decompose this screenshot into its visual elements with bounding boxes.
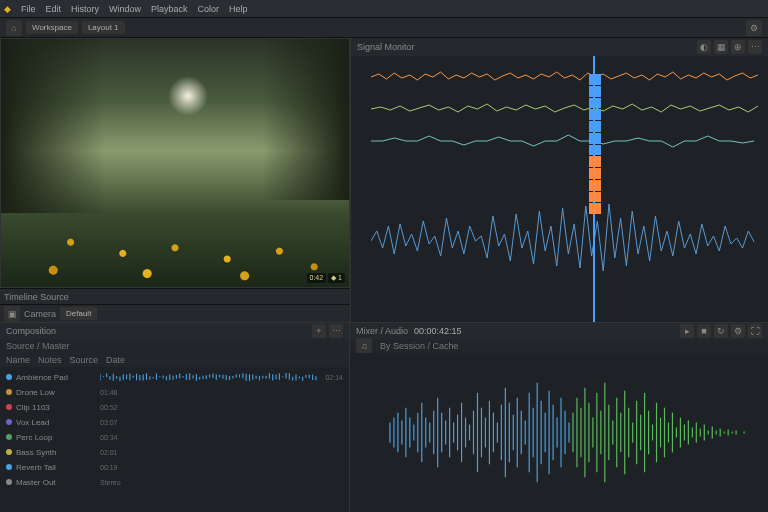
comp-subtitle: Source / Master [6,341,70,351]
bottom-area: Composition + ⋯ Source / Master Name Not… [0,322,768,512]
track-meta: 00:52 [100,404,118,411]
waveform-display [380,363,758,502]
track-label: Reverb Tail [16,463,96,472]
editor-subheader: ♫ By Session / Cache [350,339,768,353]
preview-info-bar: Timeline Source [0,288,350,304]
editor-header: Mixer / Audio 00:00:42:15 ▸ ■ ↻ ⚙ ⛶ [350,323,768,339]
scopes-header: Signal Monitor ◐ ▦ ⊕ ⋯ [351,38,768,56]
home-icon[interactable]: ⌂ [6,20,22,36]
track-color-dot [6,404,12,410]
comp-tab-name[interactable]: Name [6,355,30,365]
editor-expand-icon[interactable]: ⛶ [748,324,762,338]
track-row[interactable]: Reverb Tail00:19 [6,461,343,473]
track-meta: 02:01 [100,449,118,456]
preview-image-flowers [1,175,349,287]
camera-icon[interactable]: ▣ [4,306,20,322]
editor-play-icon[interactable]: ▸ [680,324,694,338]
composition-panel: Composition + ⋯ Source / Master Name Not… [0,323,350,512]
track-label: Clip 1103 [16,403,96,412]
editor-gear-icon[interactable]: ⚙ [731,324,745,338]
preview-image-light [168,76,208,116]
scope-opt-icon[interactable]: ◐ [697,40,711,54]
layout-tab[interactable]: Layout 1 [82,21,125,34]
scope-track-1 [371,64,758,90]
composition-subheader: Source / Master [0,339,349,353]
track-meta: Stereo [100,479,121,486]
scope-more-icon[interactable]: ⋯ [748,40,762,54]
scopes-display[interactable] [351,56,768,322]
track-color-dot [6,449,12,455]
comp-add-icon[interactable]: + [312,324,326,338]
menubar: ◆ File Edit History Window Playback Colo… [0,0,768,18]
camera-label: Camera [24,309,56,319]
composition-tabs: Name Notes Source Date [0,353,349,367]
editor-stop-icon[interactable]: ■ [697,324,711,338]
scope-grid-icon[interactable]: ▦ [714,40,728,54]
track-color-dot [6,464,12,470]
track-meta: 00:19 [100,464,118,471]
editor-timecode: 00:00:42:15 [414,326,462,336]
editor-sub-label: By Session / Cache [380,341,459,351]
preview-panel: 0:42 ◆ 1 Timeline Source ▣ Camera Defaul… [0,38,350,322]
menu-history[interactable]: History [71,4,99,14]
comp-tab-date[interactable]: Date [106,355,125,365]
editor-title: Mixer / Audio [356,326,408,336]
track-color-dot [6,434,12,440]
track-meta: 00:34 [100,434,118,441]
menu-file[interactable]: File [21,4,36,14]
composition-title: Composition [6,326,56,336]
track-color-dot [6,479,12,485]
track-row[interactable]: Bass Synth02:01 [6,446,343,458]
track-color-dot [6,419,12,425]
track-row[interactable]: Ambience Pad02:14 [6,371,343,383]
main-area: 0:42 ◆ 1 Timeline Source ▣ Camera Defaul… [0,38,768,322]
editor-loop-icon[interactable]: ↻ [714,324,728,338]
comp-tab-source[interactable]: Source [70,355,99,365]
scopes-panel: Signal Monitor ◐ ▦ ⊕ ⋯ [350,38,768,322]
editor-panel: Mixer / Audio 00:00:42:15 ▸ ■ ↻ ⚙ ⛶ ♫ By… [350,323,768,512]
track-label: Vox Lead [16,418,96,427]
preview-source-label: Timeline Source [4,292,69,302]
track-list: Ambience Pad02:14Drone Low01:48Clip 1103… [0,367,349,512]
editor-mode-icon[interactable]: ♫ [356,338,372,354]
preview-under-bar: ▣ Camera Default [0,304,350,322]
track-color-dot [6,389,12,395]
menu-color[interactable]: Color [198,4,220,14]
preview-marker[interactable]: ◆ 1 [328,273,345,283]
menu-window[interactable]: Window [109,4,141,14]
track-label: Master Out [16,478,96,487]
track-label: Drone Low [16,388,96,397]
menu-playback[interactable]: Playback [151,4,188,14]
preview-timecode: 0:42 [307,273,327,283]
scope-track-4 [371,176,758,306]
preview-overlay-controls: 0:42 ◆ 1 [307,273,345,283]
track-meta: 02:14 [325,374,343,381]
track-row[interactable]: Master OutStereo [6,476,343,488]
track-label: Bass Synth [16,448,96,457]
waveform-editor[interactable] [350,353,768,512]
menu-edit[interactable]: Edit [46,4,62,14]
settings-icon[interactable]: ⚙ [746,20,762,36]
camera-chip[interactable]: Default [60,307,97,320]
track-meta: 01:48 [100,389,118,396]
track-label: Ambience Pad [16,373,96,382]
toolbar: ⌂ Workspace Layout 1 ⚙ [0,18,768,38]
track-row[interactable]: Perc Loop00:34 [6,431,343,443]
video-preview[interactable]: 0:42 ◆ 1 [0,38,350,288]
track-row[interactable]: Vox Lead03:07 [6,416,343,428]
track-row[interactable]: Clip 110300:52 [6,401,343,413]
comp-menu-icon[interactable]: ⋯ [329,324,343,338]
scope-track-3 [371,128,758,154]
playhead-level-meter [589,74,601,214]
comp-tab-notes[interactable]: Notes [38,355,62,365]
track-meta: 03:07 [100,419,118,426]
menu-help[interactable]: Help [229,4,248,14]
workspace-tab[interactable]: Workspace [26,21,78,34]
scopes-title: Signal Monitor [357,42,415,52]
scope-zoom-icon[interactable]: ⊕ [731,40,745,54]
scope-track-2 [371,96,758,122]
app-icon: ◆ [4,4,11,14]
track-label: Perc Loop [16,433,96,442]
track-row[interactable]: Drone Low01:48 [6,386,343,398]
composition-header: Composition + ⋯ [0,323,349,339]
